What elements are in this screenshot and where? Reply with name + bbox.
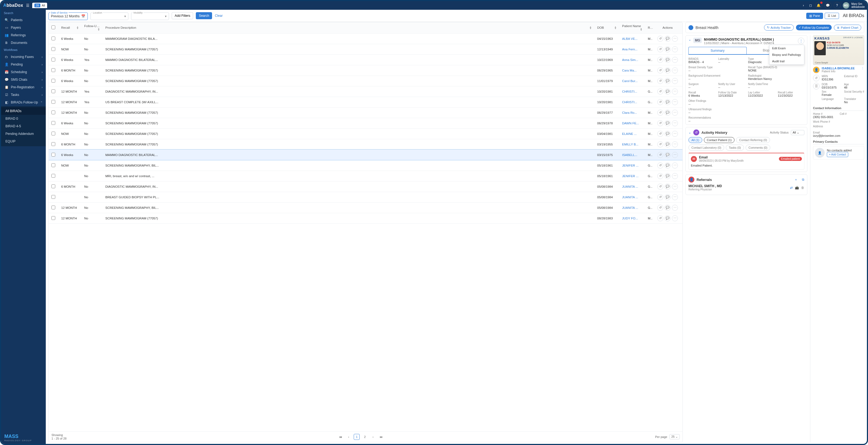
chip-all[interactable]: All (1) <box>688 137 702 143</box>
history-action-icon[interactable]: ↺ <box>657 162 663 168</box>
patient-name-link[interactable]: CHRISTI... <box>619 86 645 97</box>
history-action-icon[interactable]: ↺ <box>657 36 663 42</box>
sidebar-sub-pending-add[interactable]: Pending Addendum <box>1 130 46 137</box>
table-row[interactable]: 6 WeeksNoSCREENING MAMMOGRAM (77057)11/0… <box>49 75 682 86</box>
patient-name-link[interactable]: EMILLY B... <box>619 139 645 150</box>
chat-action-icon[interactable]: 💬 <box>664 89 671 95</box>
table-row[interactable]: 6 MONTHNoSCREENING MAMMOGRAM (77057)03/1… <box>49 139 682 150</box>
help-icon[interactable]: ? <box>834 2 841 9</box>
exam-menu-button[interactable]: ⋮ <box>798 38 804 44</box>
per-page-select[interactable]: 25 ⌄ <box>670 434 680 439</box>
row-checkbox[interactable] <box>52 216 55 220</box>
chat-action-icon[interactable]: 💬 <box>664 215 671 221</box>
history-action-icon[interactable]: ↺ <box>657 205 663 211</box>
sidebar-item-scheduling[interactable]: 📅Scheduling› <box>1 68 46 76</box>
patient-name-link[interactable]: Carol Bur... <box>619 75 645 86</box>
menu-edit-exam[interactable]: Edit Exam <box>769 45 804 52</box>
chat-action-icon[interactable]: 💬 <box>664 110 671 116</box>
page-first-button[interactable]: ⏮ <box>337 434 343 440</box>
drivers-license-card[interactable]: KANSAS DRIVER'S LICENSE K12-34-5678 DOB … <box>813 35 864 65</box>
patient-name-link[interactable]: Anna Sim... <box>619 55 645 65</box>
col-proc[interactable]: Procedure Description▲▼ <box>103 22 594 33</box>
pane-view-button[interactable]: ▥Pane <box>806 13 823 19</box>
row-checkbox[interactable] <box>52 89 55 93</box>
chip-contact-lab[interactable]: Contact Laboratory (0) <box>688 145 724 151</box>
followup-complete-button[interactable]: ✓ Follow Up Complete <box>796 25 832 30</box>
history-action-icon[interactable]: ↺ <box>657 173 663 179</box>
chat-action-icon[interactable]: 💬 <box>664 152 671 158</box>
sidebar-item-birads[interactable]: ◧BIRADs Follow-Up⌃ <box>1 99 46 106</box>
history-action-icon[interactable]: ↺ <box>657 46 663 52</box>
chip-tasks[interactable]: Tasks (0) <box>726 145 744 151</box>
history-action-icon[interactable]: ↺ <box>657 120 663 126</box>
chat-action-icon[interactable]: 💬 <box>664 173 671 179</box>
more-action-icon[interactable]: ⋯ <box>672 141 678 147</box>
patient-name-link[interactable]: ALBA VE... <box>619 33 645 44</box>
more-action-icon[interactable]: ⋯ <box>672 215 678 221</box>
sidebar-sub-birad0[interactable]: BIRAD 0 <box>1 115 46 122</box>
more-action-icon[interactable]: ⋯ <box>672 162 678 168</box>
chat-action-icon[interactable]: 💬 <box>664 131 671 137</box>
patient-name-link[interactable]: CHRISTI... <box>619 97 645 107</box>
sidebar-item-faxes[interactable]: 🗀Incoming Faxes› <box>1 53 46 61</box>
table-row[interactable]: 6 MONTHNoDIAGNOSTIC MAMMOGRAPHY, IN...05… <box>49 181 682 192</box>
chat-action-icon[interactable]: 💬 <box>664 67 671 73</box>
select-all-checkbox[interactable] <box>52 26 55 29</box>
user-avatar[interactable]: MS <box>843 2 849 9</box>
table-row[interactable]: 12 MONTHNoSCREENING MAMMOGRAPHY, BIL...0… <box>49 202 682 213</box>
sidebar-sub-equip[interactable]: EQUIP <box>1 137 46 145</box>
patient-more-icon[interactable]: ⋮ <box>861 67 864 73</box>
table-row[interactable]: 6 MONTHNoSCREENING MAMMOGRAM (77057)06/2… <box>49 65 682 75</box>
clear-link[interactable]: Clear <box>215 14 223 18</box>
col-fup[interactable]: Follow-Up Completed?▲▼ <box>82 22 103 33</box>
col-recall[interactable]: Recall▲▼ <box>59 22 82 33</box>
fax-referral-icon[interactable]: 📠 <box>795 186 799 190</box>
collapse-icon[interactable]: ⌄ <box>688 131 691 134</box>
more-action-icon[interactable]: ⋯ <box>672 36 678 42</box>
collapse-icon[interactable]: ⌄ <box>688 38 691 41</box>
history-action-icon[interactable]: ↺ <box>657 131 663 137</box>
table-row[interactable]: 12 MONTHNoSCREENING MAMMOGRAM (77057)06/… <box>49 107 682 118</box>
more-action-icon[interactable]: ⋯ <box>672 184 678 190</box>
sidebar-sub-birad45[interactable]: BIRAD 4-5 <box>1 122 46 130</box>
chip-contact-patient[interactable]: Contact Patient (1) <box>704 137 735 143</box>
history-action-icon[interactable]: ↺ <box>657 110 663 116</box>
sidebar-item-pending[interactable]: 👤Pending› <box>1 61 46 68</box>
row-checkbox[interactable] <box>52 132 55 135</box>
more-action-icon[interactable]: ⋯ <box>672 194 678 200</box>
page-next-button[interactable]: › <box>370 434 376 440</box>
table-row[interactable]: 6 WeeksNoMAMMOGRAM DIAGNOSTIC BILA...04/… <box>49 33 682 44</box>
sidebar-sub-all-birads[interactable]: All BIRADs <box>1 107 46 115</box>
bell-icon[interactable]: 🔔 <box>815 2 822 9</box>
worklist-tab[interactable]: 28 All <box>32 3 47 8</box>
row-checkbox[interactable] <box>52 58 55 62</box>
row-checkbox[interactable] <box>52 195 55 199</box>
history-action-icon[interactable]: ↺ <box>657 152 663 158</box>
more-action-icon[interactable]: ⋯ <box>672 78 678 84</box>
table-row[interactable]: 12 MONTHYesDIAGNOSTIC MAMMOGRAPHY, IN...… <box>49 86 682 97</box>
sidebar-item-referrings[interactable]: 👥Referrings <box>1 31 46 39</box>
delete-referral-icon[interactable]: 🗑 <box>801 186 804 190</box>
patient-name-link[interactable]: JUANITA ... <box>619 192 645 202</box>
chevron-right-icon[interactable]: › <box>801 2 806 9</box>
chat-action-icon[interactable]: 💬 <box>664 99 671 105</box>
chat-action-icon[interactable]: 💬 <box>664 194 671 200</box>
chat-action-icon[interactable]: 💬 <box>664 141 671 147</box>
row-checkbox[interactable] <box>52 153 55 157</box>
history-action-icon[interactable]: ↺ <box>657 57 663 63</box>
row-checkbox[interactable] <box>52 185 55 188</box>
more-action-icon[interactable]: ⋯ <box>672 152 678 158</box>
sidebar-item-patients[interactable]: 🔍Patients <box>1 16 46 24</box>
page-1-button[interactable]: 1 <box>354 434 360 440</box>
more-action-icon[interactable]: ⋯ <box>672 131 678 137</box>
patient-name-link[interactable]: ELAINE ... <box>619 128 645 139</box>
history-action-icon[interactable]: ↺ <box>657 215 663 221</box>
chat-action-icon[interactable]: 💬 <box>664 36 671 42</box>
table-row[interactable]: NOWNoSCREENING MAMMOGRAM (77057)03/04/19… <box>49 128 682 139</box>
page-2-button[interactable]: 2 <box>362 434 368 440</box>
row-checkbox[interactable] <box>52 163 55 167</box>
more-action-icon[interactable]: ⋯ <box>672 110 678 116</box>
history-action-icon[interactable]: ↺ <box>657 99 663 105</box>
bookmark-icon[interactable]: ◻ <box>808 2 813 9</box>
chat-icon[interactable]: 💬 <box>825 2 831 9</box>
